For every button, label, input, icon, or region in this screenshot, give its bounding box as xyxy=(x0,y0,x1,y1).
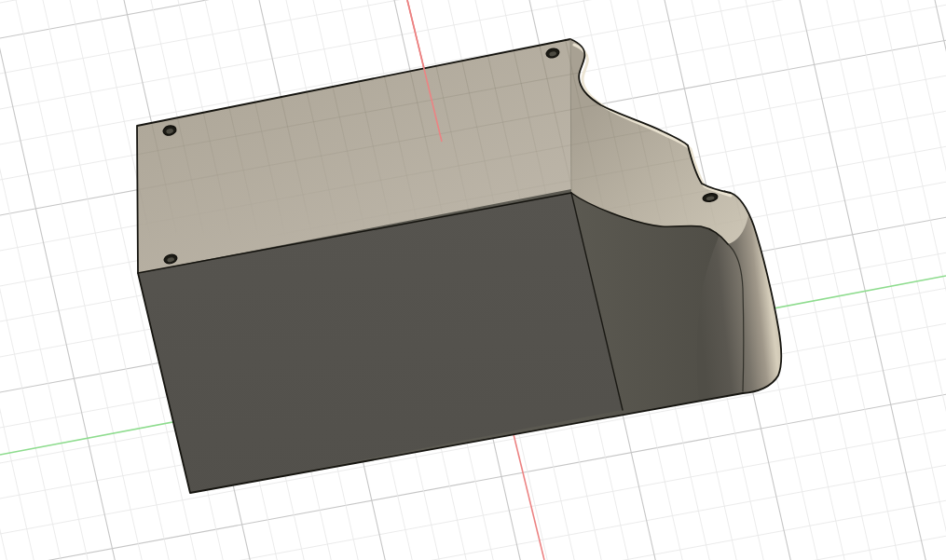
grid-line-minor xyxy=(0,0,34,560)
grid-line-minor xyxy=(0,0,946,5)
grid-line-minor xyxy=(0,534,946,560)
grid-line-minor xyxy=(0,0,7,560)
grid-line-minor xyxy=(0,534,946,560)
grid-line-major xyxy=(799,0,926,560)
grid-line-minor xyxy=(0,428,946,560)
model-body[interactable] xyxy=(0,0,946,560)
grid-line-minor xyxy=(772,0,899,560)
grid-line-major xyxy=(0,0,116,560)
grid-line-minor xyxy=(0,0,946,5)
grid-line-minor xyxy=(0,463,946,560)
grid-line-minor xyxy=(0,0,34,560)
viewport-canvas[interactable] xyxy=(0,0,946,560)
grid-line-minor xyxy=(0,0,89,560)
grid-line-major xyxy=(0,0,116,560)
cad-viewport[interactable] xyxy=(0,0,946,560)
grid-line-minor xyxy=(0,463,946,560)
grid-line-minor xyxy=(0,0,7,560)
grid-line-minor xyxy=(0,0,89,560)
grid-line-minor xyxy=(0,428,946,560)
